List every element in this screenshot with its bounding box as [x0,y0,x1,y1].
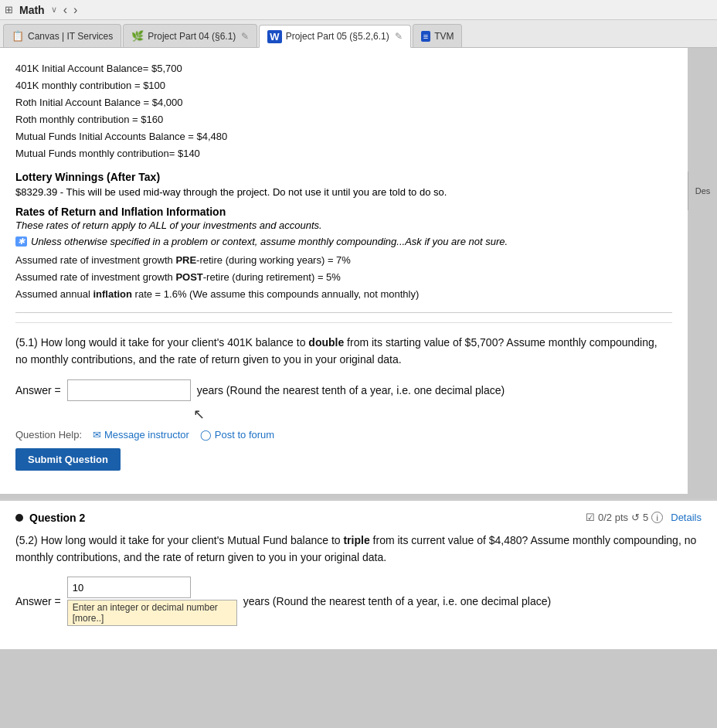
tab-project04[interactable]: 🌿 Project Part 04 (§6.1) ✎ [123,24,257,47]
lottery-section: Lottery Winnings (After Tax) $8329.39 - … [15,171,672,198]
title-dropdown-arrow[interactable]: ∨ [51,5,57,15]
data-line-2: 401K monthly contribution = $100 [15,77,672,94]
tab-project05[interactable]: W Project Part 05 (§5.2,6.1) ✎ [259,25,410,48]
lottery-header: Lottery Winnings (After Tax) [15,171,672,183]
question1-container: (5.1) How long would it take for your cl… [15,322,672,481]
data-line-6: Mutual Funds monthly contribution= $140 [15,145,672,162]
message-instructor-label: Message instructor [104,429,189,441]
tab-project05-label: Project Part 05 (§5.2,6.1) [286,31,389,42]
question2-bullet [15,514,23,522]
app-title: Math [19,4,45,16]
question1-text: (5.1) How long would it take for your cl… [15,334,672,369]
tab-project04-label: Project Part 04 (§6.1) [148,31,236,42]
cursor-indicator: ↖ [193,406,672,423]
data-line-1: 401K Initial Account Balance= $5,700 [15,60,672,77]
top-bar: ⊞ Math ∨ ‹ › [0,0,717,20]
tab-bar: 📋 Canvas | IT Services 🌿 Project Part 04… [0,20,717,48]
info-icon[interactable]: i [651,512,663,523]
tab-tvm[interactable]: ≡ TVM [413,24,463,47]
question2-label: Question 2 [29,512,85,524]
rate-line-3: Assumed annual inflation rate = 1.6% (We… [15,286,672,303]
rate-line-2: Assumed rate of investment growth POST-r… [15,269,672,286]
data-section: 401K Initial Account Balance= $5,700 401… [15,60,672,163]
section-divider [15,312,672,313]
question2-header: Question 2 ☑ 0/2 pts ↺ 5 i Details [15,512,702,524]
question1-help: Question Help: ✉ Message instructor ◯ Po… [15,429,672,441]
answer1-input[interactable] [67,379,191,401]
tab-project04-edit-icon: ✎ [241,31,249,42]
rates-header: Rates of Return and Inflation Informatio… [15,206,672,218]
nav-forward-button[interactable]: › [73,3,77,17]
canvas-icon: 📋 [12,30,24,42]
post-to-forum-link[interactable]: ◯ Post to forum [200,429,274,441]
question2-pts-text: 0/2 pts [598,512,628,523]
refresh-icon[interactable]: ↺ [631,512,640,523]
answer2-row: Answer = Enter an integer or decimal num… [15,577,702,626]
details-link[interactable]: Details [671,512,702,523]
main-content: 401K Initial Account Balance= $5,700 401… [0,48,688,494]
notice-star-icon: ✱ [15,236,27,247]
app-icon: ⊞ [5,4,13,15]
tvm-icon: ≡ [421,31,430,42]
post-to-forum-label: Post to forum [215,429,274,441]
answer1-label: Answer = [15,384,61,396]
answer1-row: Answer = years (Round the nearest tenth … [15,379,672,401]
envelope-icon: ✉ [93,429,101,441]
answer2-suffix: years (Round the nearest tenth of a year… [243,595,551,607]
tab-canvas-label: Canvas | IT Services [28,31,113,42]
lottery-text: $8329.39 - This will be used mid-way thr… [15,186,672,198]
data-line-4: Roth monthly contribution = $160 [15,111,672,128]
notice-text: Unless otherwise specified in a problem … [31,236,508,247]
data-line-5: Mutual Funds Initial Accounts Balance = … [15,128,672,145]
check-square-icon: ☑ [586,512,595,523]
answer2-input[interactable] [67,577,191,598]
question2-meta: ☑ 0/2 pts ↺ 5 i Details [586,512,702,523]
rates-lines: Assumed rate of investment growth PRE-re… [15,252,672,303]
help-label: Question Help: [15,429,82,441]
question2-container: Question 2 ☑ 0/2 pts ↺ 5 i Details (5.2)… [0,498,717,650]
nav-back-button[interactable]: ‹ [63,3,67,17]
project04-icon: 🌿 [131,30,144,42]
answer1-suffix: years (Round the nearest tenth of a year… [197,384,505,396]
data-line-3: Roth Initial Account Balance = $4,000 [15,94,672,111]
tab-project05-edit-icon: ✎ [395,31,403,42]
answer2-label: Answer = [15,595,61,607]
question2-text: (5.2) How long would it take for your cl… [15,532,702,566]
tab-canvas[interactable]: 📋 Canvas | IT Services [3,24,121,47]
message-instructor-link[interactable]: ✉ Message instructor [93,429,189,441]
submit-question-button[interactable]: Submit Question [15,448,121,471]
tab-tvm-label: TVM [434,31,454,42]
notice-box: ✱ Unless otherwise specified in a proble… [15,236,672,247]
error-tooltip: Enter an integer or decimal number [more… [67,600,237,626]
rates-section: Rates of Return and Inflation Informatio… [15,206,672,231]
question2-title: Question 2 [15,512,85,524]
question2-pts: ☑ 0/2 pts ↺ 5 i [586,512,663,523]
question2-attempts: 5 [643,512,648,523]
side-panel-hint: Des [688,172,717,210]
rates-subheader: These rates of return apply to ALL of yo… [15,219,672,231]
project05-icon: W [267,30,281,43]
forum-icon: ◯ [200,429,212,441]
rate-line-1: Assumed rate of investment growth PRE-re… [15,252,672,269]
